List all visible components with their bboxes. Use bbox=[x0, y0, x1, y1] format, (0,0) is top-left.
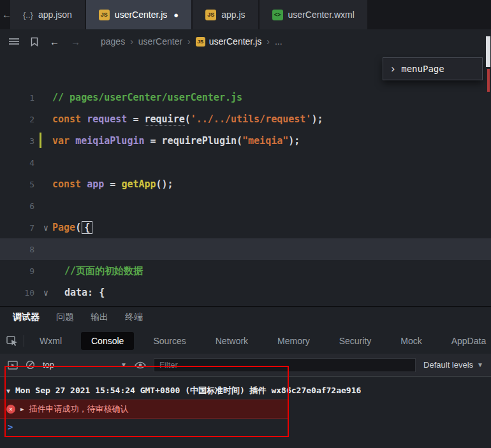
code-token: Page bbox=[52, 222, 75, 233]
devtools-tab-mock[interactable]: Mock bbox=[390, 332, 432, 350]
scrollbar-error-marker bbox=[487, 69, 490, 92]
console-sidebar-icon[interactable] bbox=[8, 361, 18, 370]
devtools-tab-bar: WxmlConsoleSourcesNetworkMemorySecurityM… bbox=[0, 328, 491, 354]
navigate-back-icon[interactable]: ← bbox=[50, 36, 59, 47]
symbol-item-menupage[interactable]: menuPage bbox=[401, 64, 444, 74]
code-editor[interactable]: 1// pages/userCenter/userCenter.js2const… bbox=[0, 54, 491, 306]
line-number: 1 bbox=[9, 93, 40, 103]
prompt-chevron-icon: > bbox=[8, 422, 13, 432]
code-token: = bbox=[104, 178, 121, 190]
symbol-popup: › menuPage bbox=[383, 57, 483, 80]
code-line-2[interactable]: 2const request = require('../../utils/re… bbox=[0, 108, 491, 130]
chevron-down-icon: ▼ bbox=[121, 361, 127, 368]
fold-chevron-icon[interactable]: ∨ bbox=[40, 223, 52, 233]
breadcrumb-item-3[interactable]: ... bbox=[275, 36, 282, 47]
console-group-row[interactable]: ▼ Mon Sep 27 2021 15:54:24 GMT+0800 (中国标… bbox=[0, 382, 491, 400]
code-text: const app = getApp(); bbox=[52, 178, 173, 190]
code-token: '../../utils/request' bbox=[191, 113, 312, 125]
expand-triangle-icon[interactable]: ▶ bbox=[20, 406, 24, 412]
line-number: 9 bbox=[9, 266, 40, 276]
code-token: data: { bbox=[64, 287, 105, 298]
code-token: ( bbox=[237, 135, 242, 147]
code-token: // pages/userCenter/userCenter.js bbox=[52, 92, 242, 103]
code-token: ( bbox=[75, 222, 81, 233]
inspect-element-icon[interactable] bbox=[6, 336, 18, 347]
breadcrumb-item-1[interactable]: userCenter bbox=[138, 36, 182, 47]
line-number: 8 bbox=[9, 245, 40, 254]
code-text: //页面的初始数据 bbox=[52, 265, 143, 277]
breadcrumb-item-0[interactable]: pages bbox=[101, 36, 125, 47]
console-prompt[interactable]: > bbox=[0, 419, 491, 435]
live-expression-eye-icon[interactable] bbox=[135, 361, 146, 369]
context-selector-value: top bbox=[43, 360, 54, 370]
code-line-8[interactable]: 8 bbox=[0, 238, 491, 260]
editor-tab-usercenter-wxml[interactable]: <>userCenter.wxml bbox=[260, 0, 367, 29]
code-line-4[interactable]: 4 bbox=[0, 152, 491, 173]
code-token: (); bbox=[156, 178, 173, 190]
code-line-1[interactable]: 1// pages/userCenter/userCenter.js bbox=[0, 87, 491, 108]
editor-scrollbar-thumb[interactable] bbox=[486, 36, 490, 67]
breadcrumb: pages›userCenter›JSuserCenter.js›... bbox=[101, 36, 282, 47]
code-line-5[interactable]: 5const app = getApp(); bbox=[0, 173, 491, 195]
breadcrumb-label: pages bbox=[101, 36, 125, 47]
collapse-triangle-icon[interactable]: ▼ bbox=[6, 387, 10, 394]
tab-label: userCenter.wxml bbox=[288, 10, 355, 20]
line-number: 3 bbox=[9, 136, 40, 146]
log-levels-dropdown[interactable]: Default levels ▼ bbox=[423, 360, 483, 370]
devtools-tab-memory[interactable]: Memory bbox=[267, 332, 320, 350]
breadcrumb-separator-icon: › bbox=[130, 36, 133, 47]
editor-tab-app-js[interactable]: JSapp.js bbox=[193, 0, 258, 29]
devtools-tab-appdata[interactable]: AppData bbox=[441, 332, 491, 350]
console-group-text: Mon Sep 27 2021 15:54:24 GMT+0800 (中国标准时… bbox=[15, 385, 361, 396]
code-line-9[interactable]: 9//页面的初始数据 bbox=[0, 260, 491, 282]
code-token: ); bbox=[311, 113, 323, 125]
navigate-forward-icon[interactable]: → bbox=[71, 36, 80, 47]
modified-dot-icon: ● bbox=[173, 10, 179, 20]
panel-tab-problems[interactable]: 问题 bbox=[56, 312, 74, 323]
devtools-tab-security[interactable]: Security bbox=[329, 332, 382, 350]
devtools-tab-network[interactable]: Network bbox=[205, 332, 258, 350]
js-file-icon: JS bbox=[205, 10, 216, 20]
editor-tab-usercenter-js[interactable]: JSuserCenter.js● bbox=[86, 0, 191, 29]
console-log-area: ▼ Mon Sep 27 2021 15:54:24 GMT+0800 (中国标… bbox=[0, 377, 491, 448]
text-cursor: { bbox=[82, 221, 92, 234]
code-token bbox=[81, 178, 87, 190]
divider bbox=[24, 335, 24, 347]
chevron-right-icon: › bbox=[390, 62, 396, 75]
outline-list-icon[interactable] bbox=[9, 38, 19, 45]
console-error-row[interactable]: × ▶ 插件申请成功，待审核确认 bbox=[0, 400, 289, 419]
code-token: ( bbox=[185, 113, 191, 125]
code-token bbox=[81, 113, 87, 125]
devtools-window: ← {..}app.jsonJSuserCenter.js●JSapp.js<>… bbox=[0, 0, 491, 448]
editor-lines: 1// pages/userCenter/userCenter.js2const… bbox=[0, 54, 491, 303]
breadcrumb-bar: ← → pages›userCenter›JSuserCenter.js›... bbox=[0, 29, 491, 54]
fold-chevron-icon[interactable]: ∨ bbox=[40, 288, 52, 298]
code-line-6[interactable]: 6 bbox=[0, 195, 491, 217]
console-error-text: 插件申请成功，待审核确认 bbox=[29, 403, 128, 415]
filter-input[interactable] bbox=[154, 358, 416, 372]
code-text: data: { bbox=[52, 287, 105, 298]
panel-tab-output[interactable]: 输出 bbox=[91, 312, 108, 323]
panel-tab-terminal[interactable]: 终端 bbox=[125, 312, 143, 323]
console-toolbar: top ▼ Default levels ▼ bbox=[0, 354, 491, 377]
editor-tab-app-json[interactable]: {..}app.json bbox=[10, 0, 85, 29]
panel-tab-debugger[interactable]: 调试器 bbox=[13, 312, 40, 323]
clear-console-icon[interactable] bbox=[26, 360, 35, 370]
line-number: 4 bbox=[9, 158, 40, 168]
code-token: var bbox=[52, 135, 70, 147]
bookmark-icon[interactable] bbox=[31, 37, 38, 47]
code-line-7[interactable]: 7∨Page({ bbox=[0, 217, 491, 238]
breadcrumb-separator-icon: › bbox=[267, 36, 270, 47]
devtools-tab-console[interactable]: Console bbox=[81, 332, 134, 350]
breadcrumb-item-2[interactable]: JSuserCenter.js bbox=[196, 36, 261, 47]
devtools-tab-wxml[interactable]: Wxml bbox=[29, 332, 72, 350]
breadcrumb-label: userCenter.js bbox=[209, 36, 261, 47]
context-selector[interactable]: top ▼ bbox=[43, 360, 127, 370]
code-line-10[interactable]: 10∨data: { bbox=[0, 282, 491, 303]
line-number: 7 bbox=[9, 223, 40, 233]
code-line-3[interactable]: 3var meiqiaPlugin = requirePlugin("meiqi… bbox=[0, 130, 491, 152]
devtools-tab-sources[interactable]: Sources bbox=[143, 332, 196, 350]
tab-label: app.json bbox=[38, 10, 72, 20]
tab-scroll-left-icon[interactable]: ← bbox=[2, 9, 11, 20]
wxml-file-icon: <> bbox=[272, 10, 283, 20]
